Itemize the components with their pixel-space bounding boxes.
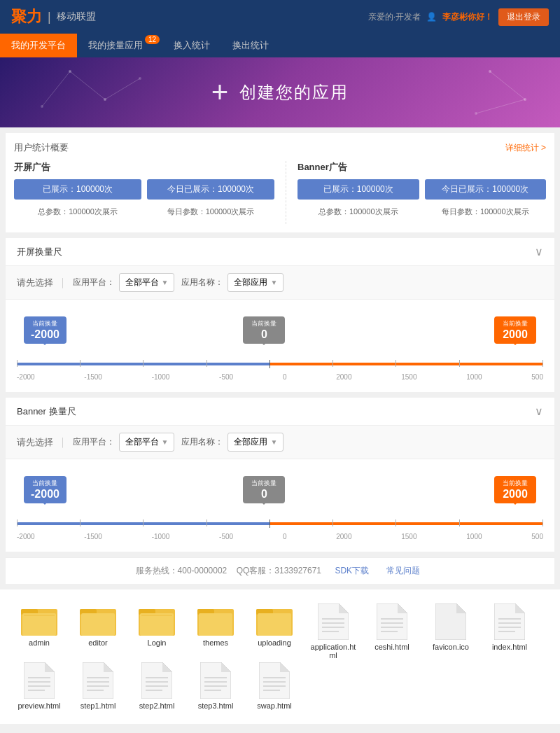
file-grid: admin editor Login	[8, 598, 552, 665]
svg-line-10	[490, 71, 525, 99]
banner-ad-title: Banner广告	[298, 161, 546, 174]
logout-button[interactable]: 退出登录	[498, 8, 549, 26]
slider1-center-bubble: 当前换量 0	[243, 316, 285, 344]
file-step3[interactable]: step3.html	[190, 662, 241, 710]
nav-item-apps[interactable]: 我的接量应用 12	[77, 34, 162, 57]
svg-rect-22	[141, 615, 172, 616]
stats-title: 用户统计概要	[14, 141, 69, 154]
banner-ad-daily: 每日参数：100000次展示	[425, 204, 547, 220]
slider1-app-select[interactable]: 全部应用 ▼	[227, 273, 284, 292]
footer-qq: QQ客服：3133927671	[237, 566, 321, 575]
open-ad-today: 今日已展示：100000次	[147, 179, 274, 200]
file-ceshi-label: ceshi.html	[374, 643, 410, 651]
nav: 我的开发平台 我的接量应用 12 换入统计 换出统计	[0, 34, 560, 57]
slider1-platform-select[interactable]: 全部平台 ▼	[119, 273, 175, 292]
file-step2-label: step2.html	[139, 701, 175, 710]
svg-rect-15	[24, 615, 55, 616]
svg-point-4	[489, 70, 491, 73]
file-step2[interactable]: step2.html	[132, 662, 182, 710]
nav-item-platform[interactable]: 我的开发平台	[0, 34, 77, 57]
file-preview[interactable]: preview.html	[14, 662, 64, 710]
slider1-platform-group: 应用平台： 全部平台 ▼	[73, 273, 175, 292]
open-ad-shown: 已展示：100000次	[14, 179, 141, 200]
nav-item-exchange-out[interactable]: 换出统计	[221, 34, 280, 57]
open-ad-title: 开屏广告	[14, 161, 274, 174]
folder-login[interactable]: Login	[132, 603, 182, 659]
svg-point-1	[104, 98, 106, 101]
folder-uploading[interactable]: uploading	[249, 603, 300, 659]
svg-line-7	[70, 71, 105, 99]
username: 李彦彬你好！	[442, 11, 493, 23]
file-application[interactable]: application.html	[308, 603, 358, 659]
slider2-controls: 请先选择 │ 应用平台： 全部平台 ▼ 应用名称： 全部应用 ▼	[6, 426, 554, 459]
slider1-right-bubble: 当前换量 2000	[494, 316, 536, 344]
logo-main: 聚力	[11, 6, 42, 27]
svg-line-11	[476, 99, 525, 113]
file-ceshi[interactable]: ceshi.html	[367, 603, 417, 659]
svg-marker-42	[456, 603, 466, 613]
chevron-down-icon: ▼	[162, 279, 169, 286]
file-application-label: application.html	[308, 643, 358, 659]
folder-admin[interactable]: admin	[14, 603, 64, 659]
slider1-platform-label: 应用平台：	[73, 277, 115, 288]
slider1-header[interactable]: 开屏换量尺 ∨	[6, 238, 554, 266]
folder-login-label: Login	[148, 638, 167, 647]
slider1-chevron-icon: ∨	[535, 245, 543, 258]
svg-point-6	[475, 112, 477, 115]
slider2-app-group: 应用名称： 全部应用 ▼	[181, 433, 284, 452]
slider2-app-label: 应用名称：	[181, 436, 223, 448]
file-favicon-label: favicon.ico	[433, 643, 469, 651]
slider2-platform-select[interactable]: 全部平台 ▼	[119, 433, 175, 452]
stats-link[interactable]: 详细统计 >	[505, 142, 546, 154]
file-step3-label: step3.html	[198, 701, 234, 710]
footer-faq-link[interactable]: 常见问题	[386, 566, 420, 575]
file-swap-label: swap.html	[257, 701, 292, 710]
slider2-app-select[interactable]: 全部应用 ▼	[227, 433, 284, 452]
slider2-track[interactable]	[17, 522, 543, 525]
chevron-down-icon: ▼	[270, 279, 277, 286]
slider1-track[interactable]	[17, 363, 543, 365]
open-ad-daily: 每日参数：100000次展示	[147, 204, 274, 220]
svg-point-0	[69, 70, 71, 73]
banner-plus-icon[interactable]: +	[211, 76, 229, 109]
svg-rect-25	[199, 613, 232, 636]
nav-badge: 12	[145, 35, 160, 44]
slider2-center-bubble: 当前换量 0	[243, 476, 285, 503]
folder-editor-label: editor	[88, 638, 108, 647]
folder-admin-label: admin	[29, 638, 50, 647]
logo-divider: |	[48, 10, 51, 25]
file-grid-2: preview.html step1.html step2.	[8, 662, 552, 715]
logo-sub: 移动联盟	[57, 11, 96, 23]
file-step1[interactable]: step1.html	[73, 662, 123, 710]
slider2-left-bubble: 当前换量 -2000	[24, 476, 66, 503]
stats-section: 用户统计概要 详细统计 > 开屏广告 已展示：100000次 今日已展示：100…	[6, 133, 554, 232]
slider1-app-group: 应用名称： 全部应用 ▼	[181, 273, 284, 292]
file-preview-label: preview.html	[18, 701, 60, 710]
svg-line-8	[105, 78, 140, 99]
slider2-header[interactable]: Banner 换量尺 ∨	[6, 398, 554, 426]
slider2-section: Banner 换量尺 ∨ 请先选择 │ 应用平台： 全部平台 ▼ 应用名称： 全…	[6, 398, 554, 552]
slider1-app-label: 应用名称：	[181, 277, 223, 288]
banner-ad-col: Banner广告 已展示：100000次 今日已展示：100000次 总参数：1…	[286, 161, 546, 224]
slider1-controls-label: 请先选择	[17, 277, 53, 289]
nav-item-exchange-in[interactable]: 换入统计	[162, 34, 221, 57]
header: 聚力 | 移动联盟 亲爱的·开发者 👤 李彦彬你好！ 退出登录	[0, 0, 560, 34]
greeting-text: 亲爱的·开发者	[368, 11, 421, 23]
folder-editor[interactable]: editor	[73, 603, 123, 659]
file-index[interactable]: index.html	[484, 603, 535, 659]
slider1-section: 开屏换量尺 ∨ 请先选择 │ 应用平台： 全部平台 ▼ 应用名称： 全部应用 ▼…	[6, 238, 554, 392]
file-favicon[interactable]: favicon.ico	[426, 603, 476, 659]
slider2-body: 当前换量 -2000 当前换量 0 当前换量 2000	[6, 459, 554, 552]
footer-sdk-link[interactable]: SDK下载	[335, 566, 369, 575]
slider2-platform-group: 应用平台： 全部平台 ▼	[73, 433, 175, 452]
banner-ad-today: 今日已展示：100000次	[425, 179, 547, 200]
open-ad-col: 开屏广告 已展示：100000次 今日已展示：100000次 总参数：10000…	[14, 161, 274, 224]
slider2-chevron-icon: ∨	[535, 405, 543, 418]
slider2-right-bubble: 当前换量 2000	[494, 476, 536, 503]
svg-point-5	[524, 98, 526, 101]
file-swap[interactable]: swap.html	[249, 662, 300, 710]
folder-uploading-label: uploading	[258, 638, 291, 647]
file-explorer: admin editor Login	[0, 589, 560, 724]
folder-themes[interactable]: themes	[190, 603, 241, 659]
user-icon: 👤	[426, 12, 437, 22]
